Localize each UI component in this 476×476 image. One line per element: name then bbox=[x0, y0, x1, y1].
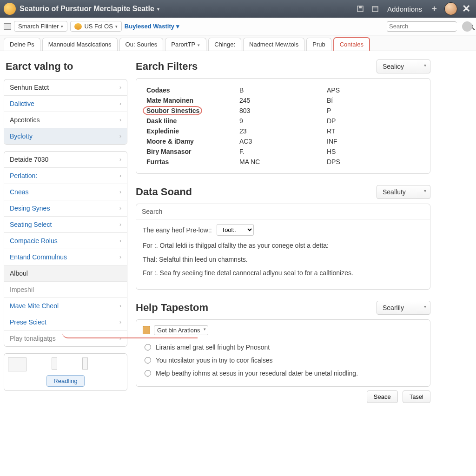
nav-label: Byclotty bbox=[10, 132, 33, 140]
nav-cneas[interactable]: Cneas› bbox=[4, 184, 127, 200]
cell: Expledinie bbox=[145, 126, 238, 136]
chevron-right-icon: › bbox=[119, 172, 121, 179]
addons-link[interactable]: Addontions bbox=[387, 5, 422, 13]
title-dropdown-icon[interactable]: ▾ bbox=[157, 7, 159, 12]
caret-down-icon: ▾ bbox=[115, 24, 118, 29]
nav-label: Prese Sciect bbox=[10, 318, 46, 326]
table-row: CodaesBAPS bbox=[145, 85, 422, 95]
chevron-right-icon: › bbox=[119, 189, 121, 195]
svg-rect-1 bbox=[359, 6, 362, 8]
table-row: Expledinie23RT bbox=[145, 126, 422, 136]
nav-senhun[interactable]: Senhun Eatct› bbox=[4, 79, 127, 96]
radio-input[interactable] bbox=[145, 370, 151, 377]
tab-contales[interactable]: Contales bbox=[333, 37, 370, 51]
locale-dropdown[interactable]: US Fcl OS▾ bbox=[70, 21, 121, 32]
profile-icon[interactable] bbox=[462, 21, 472, 32]
cell: Furrtas bbox=[145, 157, 238, 167]
close-icon[interactable]: ✕ bbox=[460, 3, 472, 15]
svg-rect-2 bbox=[372, 7, 378, 12]
nav-alboul[interactable]: Alboul bbox=[4, 265, 127, 282]
nav-apcototics[interactable]: Apcototics› bbox=[4, 112, 127, 128]
tab-chinge[interactable]: Chinge: bbox=[208, 38, 241, 51]
nav-label: Entand Commulnus bbox=[10, 253, 67, 261]
pre-label: The eany heof Pre-low:: bbox=[143, 226, 212, 234]
nav-entand[interactable]: Entand Commulnus› bbox=[4, 249, 127, 265]
chevron-right-icon: › bbox=[119, 254, 121, 260]
tab-souries[interactable]: Ou: Souries bbox=[119, 38, 164, 51]
reading-button[interactable]: Readling bbox=[46, 375, 84, 387]
user-avatar[interactable] bbox=[444, 2, 457, 15]
nav-dalictive[interactable]: Dalictive› bbox=[4, 96, 127, 112]
cell-highlighted: Soubor Sinestics bbox=[146, 107, 199, 114]
nav-detaide[interactable]: Detaide 7030› bbox=[4, 152, 127, 168]
save-icon[interactable] bbox=[356, 4, 365, 13]
help-title: Help Tapestom bbox=[136, 302, 208, 314]
cell: 245 bbox=[238, 95, 325, 106]
thumbnail-1[interactable] bbox=[8, 357, 26, 371]
datasound-box: Search The eany heof Pre-low:: Tool:. Fo… bbox=[136, 204, 430, 290]
radio-input[interactable] bbox=[145, 357, 151, 364]
plus-icon[interactable]: + bbox=[430, 4, 439, 13]
tab-mannouid[interactable]: Mannouid Mascications bbox=[42, 38, 118, 51]
radio-list: Liranis amel grat sell friught by Pnoson… bbox=[143, 341, 423, 380]
global-search[interactable]: 🔍 bbox=[387, 21, 456, 32]
calendar-icon[interactable] bbox=[370, 4, 380, 13]
main-area: Earct valng to Senhun Eatct› Dalictive› … bbox=[0, 51, 476, 407]
tab-deine[interactable]: Deine Ps bbox=[4, 38, 40, 51]
nav-label: Perlation: bbox=[10, 172, 37, 179]
filters-action-dropdown[interactable]: Sealioy bbox=[377, 60, 430, 73]
help-action-dropdown[interactable]: Searlily bbox=[377, 301, 430, 315]
chevron-right-icon: › bbox=[119, 100, 121, 107]
datasound-panel: Data Soand Sealluty Search The eany heof… bbox=[136, 185, 430, 290]
radio-input[interactable] bbox=[145, 344, 151, 350]
datasound-text-3: For :. Sea fry seeiing fine detal cannoc… bbox=[143, 269, 423, 278]
smarch-dropdown[interactable]: Smarch Fliinter▾ bbox=[14, 21, 67, 32]
nav-seating[interactable]: Seating Select› bbox=[4, 217, 127, 233]
nav-mave[interactable]: Mave Mite Cheol› bbox=[4, 298, 127, 314]
nav-label: Apcototics bbox=[10, 116, 40, 124]
cell: HS bbox=[325, 146, 422, 157]
chevron-right-icon: › bbox=[119, 205, 121, 212]
tab-parort[interactable]: ParortTP▼ bbox=[165, 38, 206, 51]
nav-perlation[interactable]: Perlation:› bbox=[4, 168, 127, 184]
seace-button[interactable]: Seace bbox=[367, 390, 398, 403]
nav-compacie[interactable]: Compacie Rolus› bbox=[4, 233, 127, 249]
tool-select[interactable]: Tool:. bbox=[217, 224, 254, 236]
tab-prub[interactable]: Prub bbox=[306, 38, 331, 51]
radio-option-2[interactable]: You ntcsilator yous in tny to coor fical… bbox=[143, 354, 423, 367]
table-row: FurrtasMA NCDPS bbox=[145, 157, 422, 167]
content-area: Earch Filters Sealioy CodaesBAPS Mate Ma… bbox=[136, 60, 472, 403]
nav-desing[interactable]: Desing Synes› bbox=[4, 200, 127, 217]
nav-prese[interactable]: Prese Sciect› bbox=[4, 314, 127, 331]
datasound-search-row: Search bbox=[136, 204, 430, 219]
tab-nadmect[interactable]: Nadmect Mew.tols bbox=[243, 38, 304, 51]
thumbnail-3[interactable] bbox=[82, 357, 88, 370]
radio-label: Melp beathy iohms at sesus in your resed… bbox=[156, 370, 358, 377]
search-input[interactable] bbox=[389, 23, 467, 30]
datasound-action-dropdown[interactable]: Sealluty bbox=[377, 185, 430, 199]
radio-option-3[interactable]: Melp beathy iohms at sesus in your resed… bbox=[143, 367, 423, 380]
nav-group-1: Senhun Eatct› Dalictive› Apcototics› Byc… bbox=[4, 79, 127, 145]
caret-down-icon: ▼ bbox=[197, 43, 200, 47]
datasound-search-input[interactable] bbox=[167, 208, 424, 215]
cell: Moore & íDamy bbox=[145, 136, 238, 146]
window-title: Seaturio of Purstuor Merclapite Seatle bbox=[20, 5, 154, 13]
nav-byclotty[interactable]: Byclotty› bbox=[4, 128, 127, 144]
nav-impeshil[interactable]: Impeshil bbox=[4, 282, 127, 298]
radio-label: Liranis amel grat sell friught by Pnoson… bbox=[156, 344, 270, 351]
radio-option-1[interactable]: Liranis amel grat sell friught by Pnoson… bbox=[143, 341, 423, 354]
thumbnail-2[interactable] bbox=[52, 357, 57, 370]
help-box: Got bin Arations Liranis amel grat sell … bbox=[136, 319, 430, 387]
tasel-button[interactable]: Tasel bbox=[403, 390, 430, 403]
cell: RT bbox=[325, 126, 422, 136]
datasound-text-2: Thal: Selaftul thin leed un chamnsts. bbox=[143, 255, 423, 264]
caret-down-icon: ▾ bbox=[61, 24, 63, 29]
buylesed-dropdown[interactable]: Buylesed Wastity ▾ bbox=[125, 23, 179, 30]
cell: 9 bbox=[238, 116, 325, 126]
buylesed-label: Buylesed Wastity bbox=[125, 23, 174, 30]
cell: DPS bbox=[325, 157, 422, 167]
filters-panel: Earch Filters Sealioy CodaesBAPS Mate Ma… bbox=[136, 60, 430, 174]
got-dropdown[interactable]: Got bin Arations bbox=[154, 325, 208, 335]
caret-down-icon: ▾ bbox=[176, 23, 179, 30]
cell: Codaes bbox=[145, 85, 238, 95]
